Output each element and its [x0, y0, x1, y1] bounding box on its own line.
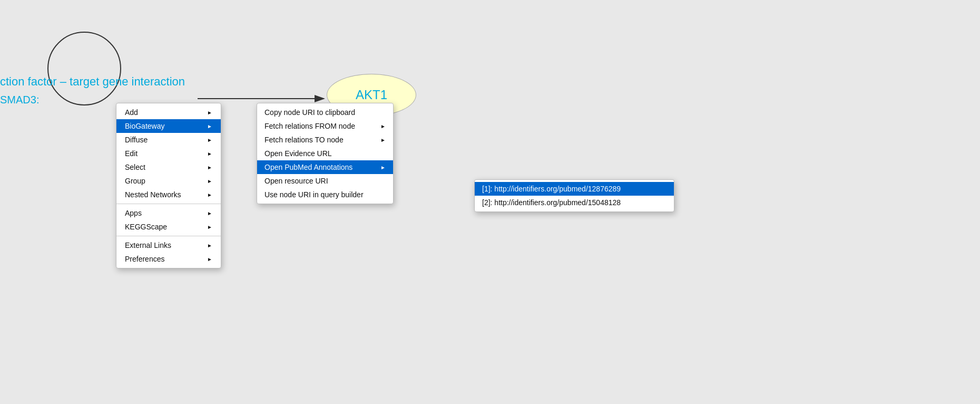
- menu-item-group-arrow: ►: [207, 178, 212, 184]
- menu-item-external-links[interactable]: External Links ►: [116, 238, 221, 252]
- submenu-open-pubmed-arrow: ►: [380, 165, 386, 170]
- pubmed-item-1-label: [1]: http://identifiers.org/pubmed/12876…: [482, 185, 621, 193]
- menu-item-external-links-arrow: ►: [207, 243, 212, 248]
- graph-label-main-text: ction factor – target gene interaction: [0, 75, 185, 88]
- submenu-copy-node-uri-label: Copy node URI to clipboard: [264, 108, 355, 117]
- menu-item-select[interactable]: Select ►: [116, 160, 221, 174]
- submenu-open-resource-uri[interactable]: Open resource URI: [257, 174, 393, 188]
- submenu-open-resource-uri-label: Open resource URI: [264, 177, 328, 185]
- submenu-open-pubmed[interactable]: Open PubMed Annotations ►: [257, 160, 393, 174]
- submenu-open-pubmed-label: Open PubMed Annotations: [264, 163, 352, 171]
- submenu-fetch-to[interactable]: Fetch relations TO node ►: [257, 133, 393, 147]
- submenu-open-evidence[interactable]: Open Evidence URL: [257, 147, 393, 160]
- submenu-fetch-from[interactable]: Fetch relations FROM node ►: [257, 119, 393, 133]
- menu-item-biogateway-label: BioGateway: [125, 122, 164, 130]
- menu-item-nested-networks-label: Nested Networks: [125, 190, 181, 199]
- menu-item-edit[interactable]: Edit ►: [116, 147, 221, 160]
- submenu-use-node-uri[interactable]: Use node URI in query builder: [257, 188, 393, 201]
- submenu-pubmed: [1]: http://identifiers.org/pubmed/12876…: [474, 179, 674, 212]
- submenu-copy-node-uri[interactable]: Copy node URI to clipboard: [257, 105, 393, 119]
- submenu-open-evidence-label: Open Evidence URL: [264, 149, 332, 158]
- circle-node: [47, 32, 121, 105]
- menu-item-apps[interactable]: Apps ►: [116, 206, 221, 220]
- menu-item-apps-label: Apps: [125, 209, 142, 217]
- menu-item-biogateway-arrow: ►: [207, 123, 212, 129]
- menu-item-select-arrow: ►: [207, 165, 212, 170]
- menu-item-add-label: Add: [125, 108, 138, 117]
- menu-item-external-links-label: External Links: [125, 241, 171, 249]
- graph-label-main: ction factor – target gene interaction: [0, 75, 185, 89]
- akt1-label: AKT1: [356, 88, 387, 102]
- menu-item-keggscape-label: KEGGScape: [125, 223, 167, 231]
- menu-item-biogateway[interactable]: BioGateway ►: [116, 119, 221, 133]
- menu-item-preferences[interactable]: Preferences ►: [116, 252, 221, 266]
- pubmed-item-2[interactable]: [2]: http://identifiers.org/pubmed/15048…: [475, 196, 674, 209]
- submenu-use-node-uri-label: Use node URI in query builder: [264, 190, 364, 199]
- menu-item-select-label: Select: [125, 163, 145, 171]
- graph-label-smad3-text: SMAD3:: [0, 94, 39, 105]
- menu-item-group-label: Group: [125, 177, 145, 185]
- context-menu: Add ► BioGateway ► Diffuse ► Edit ► Sele…: [116, 103, 221, 268]
- menu-item-nested-networks-arrow: ►: [207, 192, 212, 198]
- graph-label-smad3: SMAD3:: [0, 94, 39, 106]
- menu-item-preferences-label: Preferences: [125, 255, 164, 263]
- submenu-fetch-to-label: Fetch relations TO node: [264, 136, 344, 144]
- menu-item-preferences-arrow: ►: [207, 256, 212, 262]
- pubmed-item-1[interactable]: [1]: http://identifiers.org/pubmed/12876…: [475, 182, 674, 196]
- submenu-fetch-to-arrow: ►: [380, 137, 386, 143]
- menu-item-add[interactable]: Add ►: [116, 105, 221, 119]
- menu-item-diffuse[interactable]: Diffuse ►: [116, 133, 221, 147]
- submenu-fetch-from-arrow: ►: [380, 123, 386, 129]
- menu-item-diffuse-label: Diffuse: [125, 136, 148, 144]
- menu-item-group[interactable]: Group ►: [116, 174, 221, 188]
- menu-separator-2: [116, 236, 221, 236]
- menu-item-keggscape[interactable]: KEGGScape ►: [116, 220, 221, 234]
- menu-item-edit-arrow: ►: [207, 151, 212, 157]
- submenu-biogateway: Copy node URI to clipboard Fetch relatio…: [257, 103, 394, 204]
- menu-item-add-arrow: ►: [207, 110, 212, 116]
- menu-item-nested-networks[interactable]: Nested Networks ►: [116, 188, 221, 201]
- menu-separator-1: [116, 204, 221, 204]
- pubmed-item-2-label: [2]: http://identifiers.org/pubmed/15048…: [482, 198, 621, 207]
- menu-item-keggscape-arrow: ►: [207, 224, 212, 230]
- menu-item-edit-label: Edit: [125, 149, 138, 158]
- submenu-fetch-from-label: Fetch relations FROM node: [264, 122, 355, 130]
- menu-item-diffuse-arrow: ►: [207, 137, 212, 143]
- menu-item-apps-arrow: ►: [207, 210, 212, 216]
